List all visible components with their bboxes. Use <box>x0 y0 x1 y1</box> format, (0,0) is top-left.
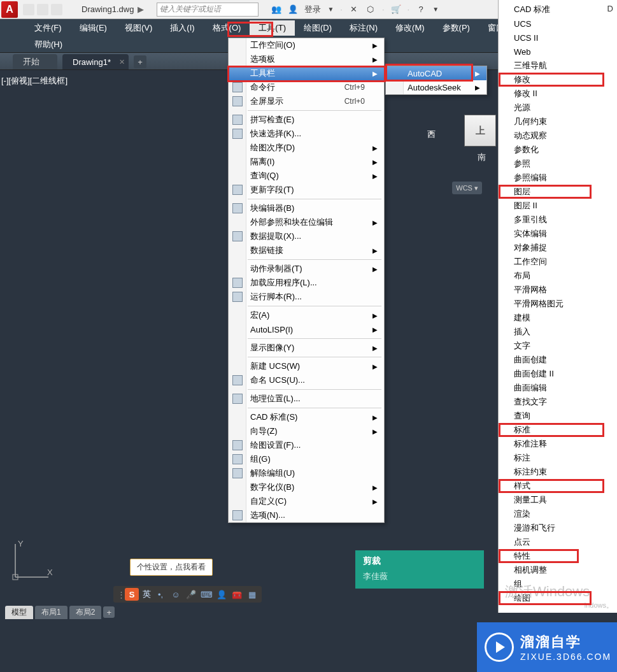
ime-punct-icon[interactable]: •, <box>155 589 166 600</box>
start-tab[interactable]: 开始 <box>13 54 57 69</box>
ime-mic-icon[interactable]: 🎤 <box>185 589 197 600</box>
toolbar-list-item[interactable]: 样式 <box>499 479 617 493</box>
toolbar-list-item[interactable]: 文字 <box>499 339 617 353</box>
ime-grid-icon[interactable]: ▦ <box>246 589 258 600</box>
cube-top-face[interactable]: 上 <box>464 115 496 147</box>
menu-item[interactable]: 组(G) <box>229 452 384 466</box>
wcs-dropdown[interactable]: WCS ▾ <box>452 182 482 194</box>
menu-item[interactable]: 选项(N)... <box>229 508 384 522</box>
toolbar-list-item[interactable]: 曲面编辑 <box>499 381 617 395</box>
toolbar-list-item[interactable]: 特性 <box>499 549 617 563</box>
toolbar-list-item[interactable]: 插入 <box>499 325 617 339</box>
menu-item[interactable]: 外部参照和块在位编辑▶ <box>229 215 384 229</box>
qat-button[interactable] <box>51 4 62 15</box>
toolbar-list-item[interactable]: 查找文字 <box>499 395 617 409</box>
menu-draw[interactable]: 绘图(D) <box>295 20 341 36</box>
menu-item[interactable]: 全屏显示Ctrl+0 <box>229 94 384 108</box>
menu-item[interactable]: 绘图次序(D)▶ <box>229 141 384 155</box>
menu-item[interactable]: 加载应用程序(L)... <box>229 276 384 290</box>
user-icon[interactable]: 👤 <box>288 4 298 15</box>
toolbar-list-item[interactable]: 标准注释 <box>499 437 617 451</box>
drawing-tab[interactable]: Drawing1* ✕ <box>62 54 129 69</box>
toolbar-list-item[interactable]: 点云 <box>499 535 617 549</box>
toolbar-list-item[interactable]: 参照 <box>499 157 617 171</box>
toolbar-list-item[interactable]: 标准 <box>499 423 617 437</box>
qat-button[interactable] <box>37 4 48 15</box>
menu-item[interactable]: 选项板▶ <box>229 52 384 66</box>
menu-item[interactable]: 地理位置(L)... <box>229 392 384 406</box>
toolbar-list-item[interactable]: 动态观察 <box>499 129 617 143</box>
menu-item[interactable]: 命令行Ctrl+9 <box>229 80 384 94</box>
toolbar-list-item[interactable]: 多重引线 <box>499 213 617 227</box>
menu-item[interactable]: 宏(A)▶ <box>229 308 384 322</box>
menu-item[interactable]: AutoLISP(I)▶ <box>229 322 384 336</box>
ime-keyboard-icon[interactable]: ⌨ <box>201 589 212 600</box>
toolbar-list-item[interactable]: 图层 II <box>499 199 617 213</box>
help-icon[interactable]: ? <box>416 4 426 15</box>
media-notification[interactable]: 剪裁 李佳薇 <box>355 550 484 589</box>
toolbar-list-item[interactable]: 组 <box>499 577 617 591</box>
toolbar-list-item[interactable]: 几何约束 <box>499 115 617 129</box>
menu-item[interactable]: 数据链接▶ <box>229 243 384 257</box>
menu-item[interactable]: 自定义(C)▶ <box>229 494 384 508</box>
toolbar-list-item[interactable]: 参数化 <box>499 143 617 157</box>
menu-dimension[interactable]: 标注(N) <box>341 20 387 36</box>
cube-arrow-icon[interactable]: ▸ <box>430 127 434 137</box>
exchange-icon[interactable]: ✕ <box>349 4 359 15</box>
close-tab-icon[interactable]: ✕ <box>119 58 125 66</box>
toolbar-list-item[interactable]: UCS <box>499 17 617 31</box>
layout1-tab[interactable]: 布局1 <box>35 606 67 619</box>
toolbar-list-item[interactable]: 标注约束 <box>499 465 617 479</box>
qat-button[interactable] <box>23 4 34 15</box>
toolbar-list-item[interactable]: 建模 <box>499 311 617 325</box>
toolbar-list-item[interactable]: 参照编辑 <box>499 171 617 185</box>
toolbar-list-item[interactable]: 三维导航 <box>499 59 617 73</box>
toolbar-list-item[interactable]: 实体编辑 <box>499 227 617 241</box>
ime-emoji-icon[interactable]: ☺ <box>170 589 181 600</box>
menu-item[interactable]: 工作空间(O)▶ <box>229 38 384 52</box>
toolbar-list-item[interactable]: 渲染 <box>499 507 617 521</box>
menu-item[interactable]: 运行脚本(R)... <box>229 290 384 304</box>
toolbar-list-item[interactable]: 图层 <box>499 185 617 199</box>
toolbar-list-item[interactable]: 对象捕捉 <box>499 241 617 255</box>
toolbar-list-item[interactable]: 平滑网格图元 <box>499 297 617 311</box>
signin-icon[interactable]: 👥 <box>271 4 281 15</box>
menu-item[interactable]: 数字化仪(B)▶ <box>229 480 384 494</box>
menu-item[interactable]: 动作录制器(T)▶ <box>229 262 384 276</box>
toolbar-list-item[interactable]: 布局 <box>499 269 617 283</box>
toolbar-list-item[interactable]: 曲面创建 <box>499 353 617 367</box>
menu-edit[interactable]: 编辑(E) <box>71 20 116 36</box>
menu-tools[interactable]: 工具(T) <box>250 20 295 36</box>
submenu-item[interactable]: AutodeskSeek▶ <box>386 80 486 94</box>
toolbar-list-item[interactable]: 查询 <box>499 409 617 423</box>
menu-help[interactable]: 帮助(H) <box>25 37 71 52</box>
toolbar-list-item[interactable]: 标注 <box>499 451 617 465</box>
model-tab[interactable]: 模型 <box>5 606 33 619</box>
toolbar-list-item[interactable]: UCS II <box>499 31 617 45</box>
chevron-right-icon[interactable]: ▶ <box>138 4 144 14</box>
submenu-item[interactable]: AutoCAD▶ <box>386 66 486 80</box>
ime-toolbox-icon[interactable]: 🧰 <box>231 589 243 600</box>
chevron-down-icon[interactable]: ▼ <box>432 6 439 13</box>
toolbar-list-item[interactable]: 平滑网格 <box>499 283 617 297</box>
cart-icon[interactable]: 🛒 <box>391 4 401 15</box>
chevron-down-icon[interactable]: ▼ <box>327 6 334 13</box>
menu-item[interactable]: 隔离(I)▶ <box>229 155 384 169</box>
login-button[interactable]: 登录 <box>304 4 321 15</box>
menu-item[interactable]: 命名 UCS(U)... <box>229 373 384 387</box>
menu-item[interactable]: 块编辑器(B) <box>229 201 384 215</box>
a360-icon[interactable]: ⬡ <box>365 4 376 15</box>
toolbar-list-item[interactable]: 测量工具 <box>499 493 617 507</box>
toolbar-list-item[interactable]: CAD 标准 <box>499 3 617 17</box>
menu-item[interactable]: 新建 UCS(W)▶ <box>229 359 384 373</box>
menu-item[interactable]: 查询(Q)▶ <box>229 169 384 183</box>
menu-view[interactable]: 视图(V) <box>116 20 161 36</box>
tooltip-bubble[interactable]: 个性设置，点我看看 <box>130 559 213 576</box>
menu-item[interactable]: 更新字段(T) <box>229 183 384 197</box>
menu-modify[interactable]: 修改(M) <box>387 20 434 36</box>
menu-item[interactable]: 显示图像(Y)▶ <box>229 341 384 355</box>
menu-file[interactable]: 文件(F) <box>25 20 71 36</box>
toolbar-list-item[interactable]: 相机调整 <box>499 563 617 577</box>
menu-insert[interactable]: 插入(I) <box>161 20 203 36</box>
toolbar-list-item[interactable]: 工作空间 <box>499 255 617 269</box>
